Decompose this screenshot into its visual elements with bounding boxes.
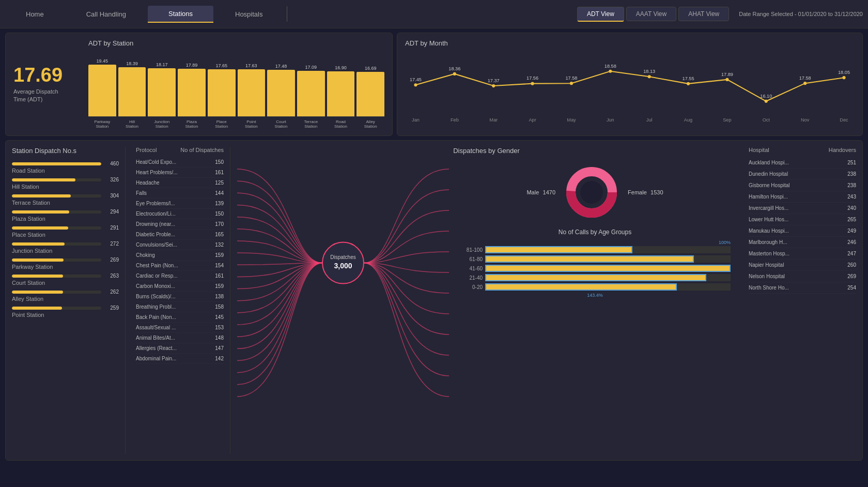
bar-label: RoadStation — [334, 119, 347, 129]
svg-point-30 — [803, 82, 807, 85]
svg-point-15 — [609, 70, 612, 73]
bar-group: 18.39 HillStation — [118, 61, 146, 129]
nav-tab-stations[interactable]: Stations — [148, 6, 213, 23]
view-tab-adt[interactable]: ADT View — [577, 7, 624, 22]
station-bar-value: 269 — [104, 257, 119, 263]
svg-point-0 — [414, 83, 417, 86]
age-bar-fill — [485, 246, 632, 253]
svg-text:17.58: 17.58 — [565, 75, 577, 81]
hospital-header: Hospital Handovers — [749, 147, 856, 153]
protocol-name: Headache — [136, 180, 208, 186]
hospital-num: 243 — [847, 194, 856, 200]
hospital-item: Nelson Hospital 269 — [749, 271, 856, 282]
hospital-name: Nelson Hospital — [749, 273, 785, 279]
protocol-num: 159 — [208, 252, 224, 258]
protocol-name: Eye Problems/l... — [136, 201, 208, 206]
age-group-label: 41-60 — [459, 266, 483, 271]
bar-value: 17.09 — [305, 65, 317, 70]
svg-text:Mar: Mar — [489, 117, 498, 123]
protocol-item: Choking 159 — [136, 250, 224, 261]
hospital-item: Auckland Hospi... 251 — [749, 157, 856, 169]
nav-divider — [287, 6, 287, 22]
station-bar-row: 272 — [12, 241, 119, 247]
male-label: Male — [526, 189, 539, 195]
station-name: Plaza Station — [12, 216, 119, 222]
hospital-item: Gisborne Hospital 238 — [749, 180, 856, 191]
age-group-label: 81-100 — [459, 247, 483, 253]
sankey-container: Dispatches3,000 — [235, 159, 452, 454]
svg-text:Jan: Jan — [412, 117, 420, 123]
station-item: 259 Point Station — [12, 305, 119, 318]
protocol-header: Protocol No of Dispatches — [136, 147, 224, 153]
age-bar-fill — [485, 283, 677, 291]
svg-point-12 — [570, 82, 573, 85]
center-layout: Dispatches3,000 Male 1470 — [235, 159, 738, 454]
protocol-num: 150 — [208, 159, 224, 165]
station-dispatch-list: 460 Road Station 326 Hill Station 304 Te… — [12, 161, 119, 318]
hospital-name: Manukau Hospi... — [749, 228, 789, 234]
age-bottom-label: 143.4% — [459, 293, 731, 298]
station-bar-fill — [12, 242, 65, 246]
protocol-item: Eye Problems/l... 139 — [136, 199, 224, 209]
station-bar-track — [12, 194, 101, 197]
hospital-item: Lower Hutt Hos... 265 — [749, 214, 856, 225]
protocol-num: 165 — [208, 232, 224, 237]
female-value: 1530 — [650, 189, 663, 195]
station-bar-value: 291 — [104, 225, 119, 231]
station-name: Point Station — [12, 312, 119, 318]
date-range-label: Date Range Selected - 01/01/2020 to 31/1… — [739, 11, 863, 17]
protocol-name: Heart Problems/... — [136, 170, 208, 175]
station-bar-row: 326 — [12, 177, 119, 182]
nav-tab-home[interactable]: Home — [5, 6, 65, 22]
station-bar-track — [12, 226, 101, 230]
hospital-num: 254 — [847, 285, 856, 291]
station-name: Hill Station — [12, 184, 119, 190]
bar-label: HillStation — [126, 119, 138, 129]
view-tab-aaat[interactable]: AAAT View — [626, 7, 676, 21]
age-groups-section: No of Calls by Age Groups 100% 81-100 61… — [452, 229, 738, 298]
station-bar-fill — [12, 291, 63, 294]
bar-axis — [178, 116, 206, 117]
svg-text:18.36: 18.36 — [448, 66, 460, 71]
station-bar-row: 262 — [12, 289, 119, 295]
hospital-name: Masterton Hosp... — [749, 251, 789, 256]
nav-tab-hospitals[interactable]: Hospitals — [214, 6, 283, 22]
protocol-name: Carbon Monoxi... — [136, 283, 208, 289]
station-bar-track — [12, 275, 101, 278]
bar — [357, 72, 384, 116]
bar-axis — [327, 116, 355, 117]
bar-group: 17.48 CourtStation — [267, 64, 295, 129]
station-item: 291 Place Station — [12, 225, 119, 238]
age-bar-row: 61-80 — [459, 255, 731, 263]
svg-text:17.56: 17.56 — [526, 75, 538, 81]
age-bar-row: 0-20 — [459, 283, 731, 291]
station-bar-value: 460 — [104, 161, 119, 166]
hospital-name: Invercargill Hos... — [749, 205, 788, 211]
station-name: Alley Station — [12, 296, 119, 302]
svg-text:17.45: 17.45 — [410, 77, 422, 82]
bar-group: 17.65 PlaceStation — [208, 63, 236, 129]
svg-text:18.05: 18.05 — [838, 70, 850, 75]
bar-group: 17.89 PlazaStation — [178, 63, 206, 129]
protocol-num: 139 — [208, 201, 224, 206]
bar-axis — [357, 116, 384, 117]
protocol-item: Convulsions/Sei... 132 — [136, 240, 224, 250]
nav-tab-call-handling[interactable]: Call Handling — [66, 6, 147, 22]
hospital-num: 246 — [847, 239, 856, 245]
age-top-label: 100% — [459, 240, 731, 245]
station-bar-value: 326 — [104, 177, 119, 182]
station-bar-fill — [12, 258, 64, 262]
age-bar-fill — [485, 255, 694, 263]
bar-axis — [88, 116, 116, 117]
station-item: 304 Terrace Station — [12, 193, 119, 206]
svg-text:3,000: 3,000 — [334, 262, 352, 270]
view-tab-ahat[interactable]: AHAT View — [678, 7, 729, 21]
adt-big-number: 17.69 — [13, 65, 81, 85]
gender-donut-row: Male 1470 Female 1530 — [452, 164, 738, 221]
station-bar-track — [12, 307, 101, 310]
right-panel: Male 1470 Female 1530 — [452, 159, 738, 454]
hospital-name: Gisborne Hospital — [749, 182, 789, 188]
adt-month-panel: ADT by Month 17.45Jan18.36Feb17.37Mar17.… — [397, 33, 863, 136]
station-bar-value: 262 — [104, 289, 119, 295]
svg-text:Oct: Oct — [763, 117, 770, 123]
